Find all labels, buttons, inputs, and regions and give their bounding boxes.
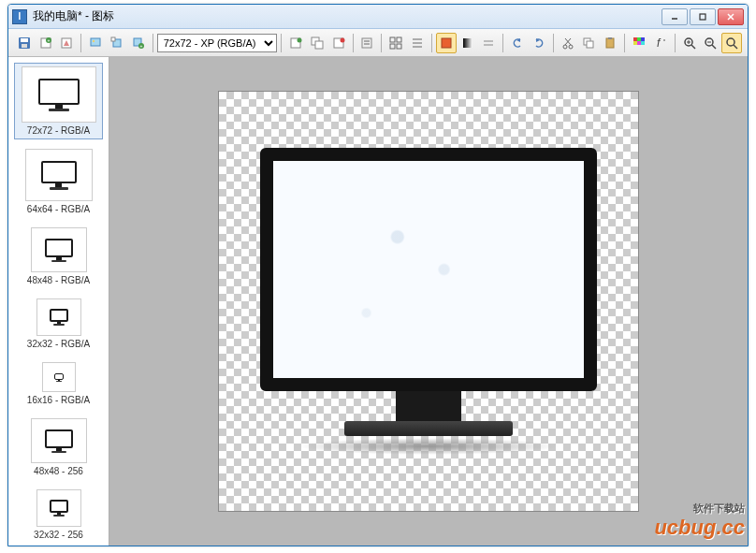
separator-icon [502,34,503,52]
thumbnail-item[interactable]: 48x48 - 256 [14,415,103,480]
thumbnail-label: 48x48 - 256 [18,466,99,476]
thumbnail-preview [36,298,81,336]
zoom-fit-button[interactable] [721,33,742,53]
monitor-base-icon [344,421,513,436]
save-button[interactable] [14,33,35,53]
duplicate-layer-button[interactable] [307,33,327,53]
thumbnail-item[interactable]: 72x72 - RGB/A [14,63,103,139]
svg-rect-35 [463,38,472,48]
svg-point-12 [93,40,94,42]
canvas-area[interactable] [109,57,748,546]
thumbnail-item[interactable]: 48x48 - RGB/A [14,224,103,289]
canvas[interactable] [218,91,639,512]
maximize-button[interactable] [690,8,716,25]
thumbnail-label: 64x64 - RGB/A [18,204,99,214]
undo-button[interactable] [507,33,528,53]
separator-icon [675,34,676,52]
toolbar: + + 72x72 - XP (RGB/A) f [8,29,748,57]
thumbnail-item[interactable]: 32x32 - RGB/A [14,295,103,353]
separator-icon [381,34,382,52]
svg-rect-28 [397,37,401,42]
svg-rect-30 [397,44,401,49]
thumbnail-preview [36,489,81,527]
effects-button[interactable]: f [650,33,671,53]
window-controls [662,8,744,25]
grid-view-button[interactable] [385,33,406,53]
svg-rect-44 [606,38,614,48]
delete-layer-button[interactable] [328,33,349,53]
svg-rect-21 [315,41,323,49]
svg-rect-48 [641,37,645,41]
separator-icon [80,34,81,52]
copy-button[interactable] [579,33,600,53]
export-image-button[interactable] [85,33,106,53]
svg-point-19 [298,37,302,42]
svg-line-59 [712,45,716,49]
svg-point-53 [663,39,665,41]
separator-icon [353,34,354,52]
new-layer-button[interactable] [285,33,306,53]
monitor-stand-icon [396,391,461,421]
cut-button[interactable] [558,33,578,53]
separator-icon [553,34,554,52]
svg-rect-1 [700,14,705,20]
export-copy-button[interactable] [107,33,127,53]
svg-rect-14 [111,37,115,41]
properties-button[interactable] [357,33,378,53]
add-frame-button[interactable]: + [128,33,149,53]
redo-button[interactable] [529,33,549,53]
svg-rect-45 [608,37,612,39]
gradient-tool-button[interactable] [458,33,478,53]
thumbnail-preview [31,418,87,463]
svg-rect-36 [484,40,493,42]
svg-point-39 [569,45,573,49]
content-area: 72x72 - RGB/A 64x64 - RGB/A 48x48 - RGB/… [8,57,748,546]
minimize-button[interactable] [662,8,688,25]
svg-point-38 [563,45,567,49]
shadow-icon [298,438,560,455]
zoom-in-button[interactable] [679,33,700,53]
thumbnail-preview [25,149,93,201]
app-window: I 我的电脑* - 图标 + + 72x72 - XP (RGB/A) [7,4,749,546]
thumbnail-label: 72x72 - RGB/A [18,125,99,136]
select-tool-button[interactable] [436,33,457,53]
icon-artwork [251,148,606,455]
thumbnail-item[interactable]: 16x16 - RGB/A [14,358,103,409]
svg-rect-51 [641,41,645,45]
titlebar: I 我的电脑* - 图标 [8,5,748,29]
list-view-button[interactable] [407,33,428,53]
svg-rect-24 [362,38,371,48]
svg-rect-50 [637,41,641,45]
svg-rect-46 [633,37,637,41]
size-select[interactable]: 72x72 - XP (RGB/A) [157,34,278,52]
flatten-button[interactable] [478,33,499,53]
close-button[interactable] [718,8,744,25]
svg-rect-5 [21,38,28,42]
svg-rect-47 [637,37,641,41]
svg-rect-27 [390,37,395,42]
color-picker-button[interactable] [629,33,649,53]
paste-button[interactable] [600,33,620,53]
thumbnail-label: 48x48 - RGB/A [18,275,99,285]
svg-rect-11 [91,38,100,46]
separator-icon [431,34,432,52]
thumbnail-item[interactable]: 32x32 - 256 [14,486,103,544]
new-image-button[interactable]: + [36,33,56,53]
svg-text:+: + [47,37,50,43]
thumbnail-item[interactable]: 64x64 - RGB/A [14,145,103,218]
svg-rect-49 [633,41,637,45]
separator-icon [281,34,282,52]
thumbnail-label: 16x16 - RGB/A [18,395,99,405]
import-button[interactable] [57,33,78,53]
svg-rect-29 [390,44,395,49]
thumbnail-preview [31,227,87,272]
svg-text:f: f [657,36,662,50]
svg-rect-6 [22,44,27,48]
svg-point-23 [340,37,344,42]
thumbnail-label: 32x32 - RGB/A [18,339,99,349]
thumbnail-sidebar[interactable]: 72x72 - RGB/A 64x64 - RGB/A 48x48 - RGB/… [8,57,109,546]
svg-rect-34 [442,38,451,48]
svg-text:+: + [139,43,142,49]
svg-line-55 [691,45,695,49]
zoom-out-button[interactable] [700,33,720,53]
